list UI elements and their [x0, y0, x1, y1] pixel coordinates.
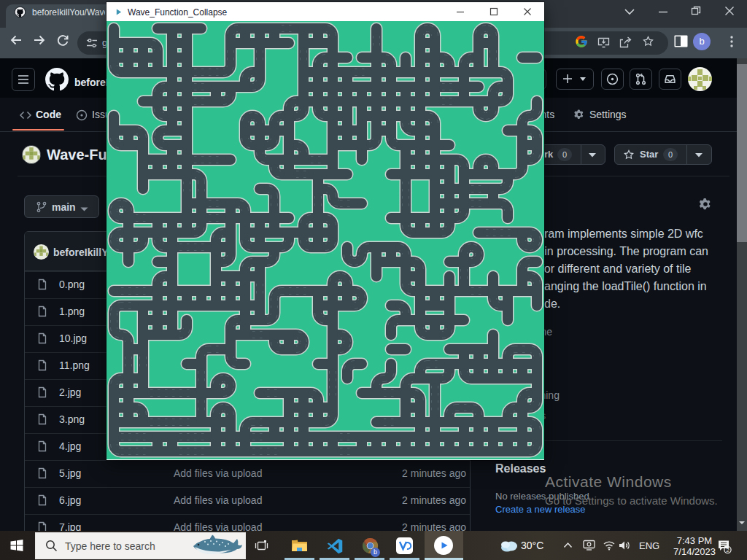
svg-text:2: 2	[726, 547, 729, 553]
